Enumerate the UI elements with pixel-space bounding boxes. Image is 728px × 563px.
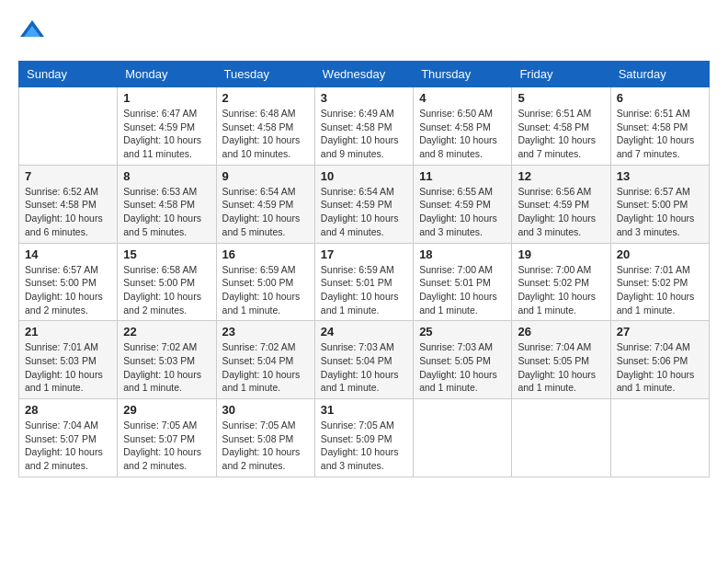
header-wednesday: Wednesday (314, 62, 413, 87)
day-number: 30 (222, 403, 309, 417)
day-number: 1 (123, 91, 210, 105)
day-number: 10 (321, 169, 407, 183)
calendar-table: SundayMondayTuesdayWednesdayThursdayFrid… (18, 61, 710, 477)
calendar-cell: 24Sunrise: 7:03 AMSunset: 5:04 PMDayligh… (314, 321, 413, 399)
day-number: 8 (123, 169, 210, 183)
calendar-cell: 11Sunrise: 6:55 AMSunset: 4:59 PMDayligh… (414, 165, 512, 243)
calendar-cell: 16Sunrise: 6:59 AMSunset: 5:00 PMDayligh… (216, 243, 314, 321)
day-number: 24 (321, 325, 407, 339)
calendar-cell: 1Sunrise: 6:47 AMSunset: 4:59 PMDaylight… (118, 87, 216, 166)
day-info: Sunrise: 7:02 AMSunset: 5:04 PMDaylight:… (222, 340, 309, 395)
day-info: Sunrise: 7:03 AMSunset: 5:05 PMDaylight:… (419, 340, 506, 395)
calendar-cell: 5Sunrise: 6:51 AMSunset: 4:58 PMDaylight… (512, 87, 610, 166)
calendar-cell: 18Sunrise: 7:00 AMSunset: 5:01 PMDayligh… (414, 243, 512, 321)
day-info: Sunrise: 7:00 AMSunset: 5:02 PMDaylight:… (518, 263, 604, 317)
calendar-cell: 10Sunrise: 6:54 AMSunset: 4:59 PMDayligh… (314, 165, 413, 243)
calendar-cell: 21Sunrise: 7:01 AMSunset: 5:03 PMDayligh… (19, 321, 118, 399)
day-info: Sunrise: 6:59 AMSunset: 5:01 PMDaylight:… (321, 263, 407, 317)
header-thursday: Thursday (414, 62, 512, 87)
header-friday: Friday (512, 62, 610, 87)
day-info: Sunrise: 6:53 AMSunset: 4:58 PMDaylight:… (123, 185, 210, 239)
day-number: 18 (419, 247, 506, 261)
day-info: Sunrise: 7:04 AMSunset: 5:05 PMDaylight:… (518, 340, 604, 395)
day-number: 22 (123, 325, 210, 339)
calendar-cell (512, 399, 610, 477)
day-info: Sunrise: 7:02 AMSunset: 5:03 PMDaylight:… (123, 340, 210, 395)
calendar-cell: 17Sunrise: 6:59 AMSunset: 5:01 PMDayligh… (314, 243, 413, 321)
calendar-cell: 26Sunrise: 7:04 AMSunset: 5:05 PMDayligh… (512, 321, 610, 399)
day-info: Sunrise: 6:59 AMSunset: 5:00 PMDaylight:… (222, 263, 309, 317)
logo (18, 18, 50, 46)
day-number: 20 (617, 247, 703, 261)
day-number: 3 (321, 91, 407, 105)
calendar-cell (19, 87, 118, 166)
day-info: Sunrise: 6:51 AMSunset: 4:58 PMDaylight:… (518, 107, 604, 161)
day-info: Sunrise: 7:05 AMSunset: 5:09 PMDaylight:… (321, 419, 407, 473)
calendar-cell: 28Sunrise: 7:04 AMSunset: 5:07 PMDayligh… (19, 399, 118, 477)
calendar-cell (414, 399, 512, 477)
calendar-week-4: 21Sunrise: 7:01 AMSunset: 5:03 PMDayligh… (19, 321, 710, 399)
day-info: Sunrise: 6:50 AMSunset: 4:58 PMDaylight:… (419, 107, 506, 161)
day-info: Sunrise: 6:51 AMSunset: 4:58 PMDaylight:… (617, 107, 703, 161)
day-number: 12 (518, 169, 604, 183)
calendar-cell: 23Sunrise: 7:02 AMSunset: 5:04 PMDayligh… (216, 321, 314, 399)
day-info: Sunrise: 6:55 AMSunset: 4:59 PMDaylight:… (419, 185, 506, 239)
calendar-week-1: 1Sunrise: 6:47 AMSunset: 4:59 PMDaylight… (19, 87, 710, 166)
logo-icon (18, 18, 46, 46)
calendar-cell: 3Sunrise: 6:49 AMSunset: 4:58 PMDaylight… (314, 87, 413, 166)
calendar-cell: 19Sunrise: 7:00 AMSunset: 5:02 PMDayligh… (512, 243, 610, 321)
calendar-cell: 7Sunrise: 6:52 AMSunset: 4:58 PMDaylight… (19, 165, 118, 243)
day-info: Sunrise: 7:05 AMSunset: 5:08 PMDaylight:… (222, 419, 309, 473)
day-number: 11 (419, 169, 506, 183)
calendar-cell: 14Sunrise: 6:57 AMSunset: 5:00 PMDayligh… (19, 243, 118, 321)
day-number: 9 (222, 169, 309, 183)
calendar-cell: 31Sunrise: 7:05 AMSunset: 5:09 PMDayligh… (314, 399, 413, 477)
day-number: 19 (518, 247, 604, 261)
day-number: 27 (617, 325, 703, 339)
calendar-cell: 20Sunrise: 7:01 AMSunset: 5:02 PMDayligh… (610, 243, 709, 321)
calendar-header-row: SundayMondayTuesdayWednesdayThursdayFrid… (19, 62, 710, 87)
day-number: 28 (25, 403, 111, 417)
day-number: 5 (518, 91, 604, 105)
header-saturday: Saturday (610, 62, 709, 87)
day-info: Sunrise: 7:01 AMSunset: 5:02 PMDaylight:… (617, 263, 703, 317)
calendar-cell: 15Sunrise: 6:58 AMSunset: 5:00 PMDayligh… (118, 243, 216, 321)
day-number: 17 (321, 247, 407, 261)
day-number: 6 (617, 91, 703, 105)
day-info: Sunrise: 6:54 AMSunset: 4:59 PMDaylight:… (222, 185, 309, 239)
day-number: 26 (518, 325, 604, 339)
day-number: 23 (222, 325, 309, 339)
calendar-cell: 27Sunrise: 7:04 AMSunset: 5:06 PMDayligh… (610, 321, 709, 399)
day-number: 25 (419, 325, 506, 339)
day-number: 2 (222, 91, 309, 105)
calendar-cell: 13Sunrise: 6:57 AMSunset: 5:00 PMDayligh… (610, 165, 709, 243)
day-info: Sunrise: 6:49 AMSunset: 4:58 PMDaylight:… (321, 107, 407, 161)
header-sunday: Sunday (19, 62, 118, 87)
day-info: Sunrise: 7:03 AMSunset: 5:04 PMDaylight:… (321, 340, 407, 395)
calendar-week-5: 28Sunrise: 7:04 AMSunset: 5:07 PMDayligh… (19, 399, 710, 477)
day-info: Sunrise: 6:58 AMSunset: 5:00 PMDaylight:… (123, 263, 210, 317)
calendar-cell: 29Sunrise: 7:05 AMSunset: 5:07 PMDayligh… (118, 399, 216, 477)
calendar-week-2: 7Sunrise: 6:52 AMSunset: 4:58 PMDaylight… (19, 165, 710, 243)
calendar-cell: 8Sunrise: 6:53 AMSunset: 4:58 PMDaylight… (118, 165, 216, 243)
day-number: 31 (321, 403, 407, 417)
calendar-cell: 4Sunrise: 6:50 AMSunset: 4:58 PMDaylight… (414, 87, 512, 166)
day-number: 16 (222, 247, 309, 261)
day-info: Sunrise: 6:54 AMSunset: 4:59 PMDaylight:… (321, 185, 407, 239)
day-info: Sunrise: 7:01 AMSunset: 5:03 PMDaylight:… (25, 340, 111, 395)
day-number: 4 (419, 91, 506, 105)
day-info: Sunrise: 7:05 AMSunset: 5:07 PMDaylight:… (123, 419, 210, 473)
day-info: Sunrise: 7:04 AMSunset: 5:06 PMDaylight:… (617, 340, 703, 395)
calendar-cell: 9Sunrise: 6:54 AMSunset: 4:59 PMDaylight… (216, 165, 314, 243)
day-number: 7 (25, 169, 111, 183)
day-number: 21 (25, 325, 111, 339)
calendar-week-3: 14Sunrise: 6:57 AMSunset: 5:00 PMDayligh… (19, 243, 710, 321)
calendar-cell: 12Sunrise: 6:56 AMSunset: 4:59 PMDayligh… (512, 165, 610, 243)
day-info: Sunrise: 6:48 AMSunset: 4:58 PMDaylight:… (222, 107, 309, 161)
day-number: 15 (123, 247, 210, 261)
header-tuesday: Tuesday (216, 62, 314, 87)
calendar-cell: 25Sunrise: 7:03 AMSunset: 5:05 PMDayligh… (414, 321, 512, 399)
day-number: 13 (617, 169, 703, 183)
day-info: Sunrise: 6:52 AMSunset: 4:58 PMDaylight:… (25, 185, 111, 239)
calendar-cell (610, 399, 709, 477)
